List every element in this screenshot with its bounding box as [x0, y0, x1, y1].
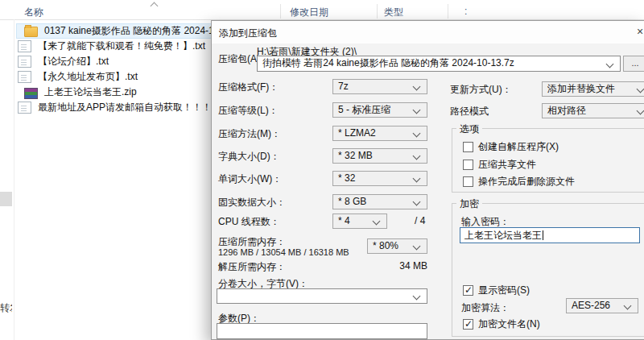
add-to-archive-dialog: 添加到压缩包 × 压缩包(A)： H:\若雨\新建文件夹 (2)\ 街拍模特 若…	[211, 20, 644, 340]
parameters-input[interactable]	[217, 323, 427, 339]
show-password-checkbox[interactable]: ✓ 显示密码(S)	[463, 284, 530, 297]
update-mode-label: 更新方式(U)：	[450, 83, 512, 97]
text-file-icon	[18, 56, 31, 68]
column-header-name[interactable]: 名称	[24, 6, 43, 19]
password-input[interactable]: 上老王论坛当老王	[460, 227, 640, 243]
text-file-icon	[18, 71, 31, 83]
dialog-title: 添加到压缩包	[219, 27, 277, 40]
file-name: 【永久地址发布页】.txt	[38, 70, 138, 84]
word-size-combobox[interactable]: * 32	[332, 171, 427, 186]
chevron-down-icon	[413, 175, 421, 183]
file-row[interactable]: 最新地址及APP请发邮箱自动获取！！！.txt	[16, 100, 212, 115]
file-row[interactable]: 【永久地址发布页】.txt	[16, 69, 212, 85]
compress-shared-checkbox[interactable]: 压缩共享文件	[463, 158, 536, 172]
file-list-header: 名称 修改日期 类型 :	[0, 3, 644, 20]
encryption-method-label: 加密算法：	[461, 301, 510, 315]
create-sfx-checkbox[interactable]: 创建自解压程序(X)	[463, 140, 559, 154]
path-mode-label: 路径模式	[450, 105, 489, 118]
scrollbar-thumb[interactable]	[0, 192, 12, 206]
method-combobox[interactable]: * LZMA2	[332, 126, 427, 141]
checkbox-checked: ✓	[463, 319, 473, 330]
chevron-down-icon	[413, 152, 421, 160]
volume-size-combobox[interactable]	[217, 288, 427, 304]
dialog-titlebar[interactable]: 添加到压缩包 ×	[212, 21, 644, 44]
encrypt-filenames-checkbox[interactable]: ✓ 加密文件名(N)	[463, 317, 540, 331]
checkbox-checked: ✓	[463, 285, 473, 296]
update-mode-value: 添加并替换文件	[547, 83, 615, 94]
column-separator[interactable]	[377, 4, 378, 19]
file-name: 最新地址及APP请发邮箱自动获取！！！.txt	[38, 101, 212, 114]
file-row[interactable]: 上老王论坛当老王.zip	[16, 85, 212, 100]
encryption-method-value: AES-256	[572, 300, 610, 311]
file-row-selected[interactable]: 0137 kaine摄影作品 隐秘的角落 2024-10-13	[16, 23, 213, 39]
column-header-date-modified[interactable]: 修改日期	[290, 6, 328, 19]
chevron-down-icon	[413, 130, 421, 138]
solid-block-combobox[interactable]: * 8 GB	[332, 194, 427, 209]
format-label: 压缩格式(F)：	[218, 81, 279, 94]
zip-archive-icon	[24, 88, 38, 99]
dictionary-label: 字典大小(D)：	[218, 150, 280, 164]
password-value: 上老王论坛当老王	[464, 230, 542, 241]
cpu-threads-value: * 4	[338, 215, 350, 226]
cpu-threads-label: CPU 线程数：	[218, 215, 280, 229]
encryption-group-title: 加密	[456, 197, 482, 211]
archive-name-combobox[interactable]: 街拍模特 若雨24 kaine摄影作品 隐秘的角落 2024-10-13.7z	[257, 56, 621, 72]
level-label: 压缩等级(L)：	[218, 104, 279, 118]
sort-ascending-icon	[151, 1, 157, 6]
chevron-down-icon	[637, 107, 644, 115]
chevron-down-icon	[413, 198, 421, 206]
checkbox-label: 显示密码(S)	[478, 284, 530, 297]
checkbox-unchecked	[463, 160, 473, 170]
archive-name-value: 街拍模特 若雨24 kaine摄影作品 隐秘的角落 2024-10-13.7z	[262, 57, 514, 68]
checkbox-label: 压缩共享文件	[478, 158, 536, 172]
text-file-icon	[18, 102, 31, 114]
file-name: 上老王论坛当老王.zip	[44, 85, 137, 99]
file-row[interactable]: 【来了就能下载和观看！纯免费！】.txt	[16, 39, 212, 54]
clipped-side-text: 转发	[0, 301, 12, 314]
word-size-label: 单词大小(W)：	[218, 172, 282, 186]
chevron-down-icon	[624, 302, 632, 310]
pane-divider	[14, 19, 14, 340]
memory-compress-detail: 1296 MB / 13054 MB / 16318 MB	[218, 247, 349, 257]
memory-usage-value: * 80%	[373, 240, 398, 251]
checkbox-label: 加密文件名(N)	[478, 317, 540, 331]
cpu-threads-max: / 4	[415, 215, 425, 226]
checkbox-label: 操作完成后删除源文件	[478, 175, 575, 189]
encryption-method-combobox[interactable]: AES-256	[566, 298, 638, 313]
delete-after-checkbox[interactable]: 操作完成后删除源文件	[463, 175, 575, 189]
chevron-down-icon	[413, 243, 421, 251]
chevron-down-icon	[373, 218, 381, 226]
file-row[interactable]: 【论坛介绍】.txt	[16, 54, 212, 69]
checkbox-unchecked	[463, 176, 473, 187]
browse-button[interactable]: ...	[623, 56, 644, 72]
file-name: 0137 kaine摄影作品 隐秘的角落 2024-10-13	[44, 24, 213, 38]
dictionary-combobox[interactable]: * 32 MB	[332, 148, 427, 164]
file-name: 【来了就能下载和观看！纯免费！】.txt	[38, 39, 205, 53]
chevron-down-icon	[637, 85, 644, 93]
dictionary-value: * 32 MB	[338, 150, 373, 161]
cpu-threads-combobox[interactable]: * 4	[332, 214, 387, 229]
path-mode-combobox[interactable]: 相对路径	[542, 103, 644, 118]
memory-usage-combobox[interactable]: * 80%	[367, 238, 427, 254]
level-combobox[interactable]: 5 - 标准压缩	[332, 102, 427, 118]
options-group-title: 选项	[456, 122, 482, 136]
text-cursor	[543, 230, 543, 240]
solid-block-value: * 8 GB	[338, 196, 366, 207]
memory-decompress-value: 34 MB	[332, 260, 427, 272]
text-file-icon	[18, 40, 31, 52]
column-separator[interactable]	[448, 4, 448, 19]
column-header-extra[interactable]: :	[464, 6, 467, 17]
close-icon[interactable]: ×	[637, 25, 644, 39]
method-value: * LZMA2	[338, 127, 376, 139]
chevron-down-icon	[413, 292, 421, 301]
memory-decompress-label: 解压所需内存：	[218, 260, 286, 274]
update-mode-combobox[interactable]: 添加并替换文件	[542, 81, 644, 97]
chevron-down-icon	[606, 60, 614, 68]
column-header-type[interactable]: 类型	[384, 6, 403, 19]
chevron-down-icon	[413, 83, 421, 91]
column-separator[interactable]	[280, 4, 281, 19]
checkbox-label: 创建自解压程序(X)	[478, 140, 559, 154]
folder-icon	[24, 27, 38, 37]
format-combobox[interactable]: 7z	[332, 79, 427, 94]
chevron-down-icon	[413, 106, 421, 114]
